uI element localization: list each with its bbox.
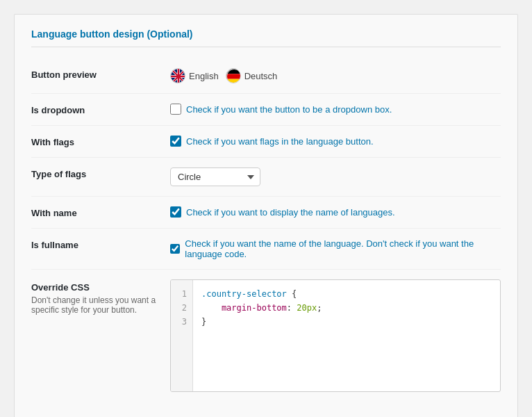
override-css-label-col: Override CSS Don't change it unless you … (31, 279, 170, 315)
type-of-flags-label: Type of flags (31, 167, 170, 179)
code-editor: 1 2 3 .country-selector { margin-bottom:… (170, 279, 501, 392)
code-close-brace: } (201, 317, 206, 327)
deutsch-label: Deutsch (244, 71, 278, 81)
with-flags-label: With flags (31, 136, 170, 147)
with-flags-checkbox-text: Check if you want flags in the language … (186, 136, 374, 147)
language-button-english: English (170, 68, 219, 83)
with-name-checkbox-text: Check if you want to display the name of… (186, 207, 395, 218)
is-fullname-checkbox-text: Check if you want the name of the langua… (185, 238, 501, 259)
line-num-1: 1 (176, 287, 187, 301)
type-of-flags-select[interactable]: Circle Rectangle Square (170, 167, 260, 186)
english-label: English (189, 71, 219, 81)
with-flags-checkbox[interactable] (170, 136, 181, 147)
button-preview-content: English Deutsch (170, 68, 501, 83)
with-name-row: With name Check if you want to display t… (31, 197, 501, 229)
with-flags-content: Check if you want flags in the language … (170, 136, 501, 147)
section-title: Language button design (Optional) (31, 28, 501, 47)
is-dropdown-checkbox-label[interactable]: Check if you want the button to be a dro… (170, 104, 392, 115)
with-flags-row: With flags Check if you want flags in th… (31, 126, 501, 158)
is-dropdown-label: Is dropdown (31, 104, 170, 115)
with-name-label: With name (31, 206, 170, 218)
flag-uk (170, 68, 185, 83)
line-num-3: 3 (176, 315, 187, 329)
is-dropdown-content: Check if you want the button to be a dro… (170, 104, 501, 115)
type-of-flags-row: Type of flags Circle Rectangle Square (31, 158, 501, 197)
override-css-sublabel: Don't change it unless you want a specif… (31, 295, 170, 315)
code-colon: : (287, 303, 292, 313)
override-css-label: Override CSS (31, 282, 170, 293)
override-css-row: Override CSS Don't change it unless you … (31, 270, 501, 402)
flag-de (226, 68, 241, 83)
line-num-2: 2 (176, 301, 187, 315)
button-preview-row: Button preview English (31, 58, 501, 94)
code-content[interactable]: .country-selector { margin-bottom: 20px;… (193, 280, 500, 391)
is-dropdown-row: Is dropdown Check if you want the button… (31, 94, 501, 126)
with-name-content: Check if you want to display the name of… (170, 206, 501, 218)
is-fullname-label: Is fullname (31, 238, 170, 250)
is-dropdown-checkbox-text: Check if you want the button to be a dro… (186, 104, 392, 115)
line-numbers: 1 2 3 (171, 280, 193, 391)
type-of-flags-content: Circle Rectangle Square (170, 167, 501, 186)
language-button-deutsch: Deutsch (226, 68, 278, 83)
is-fullname-checkbox[interactable] (170, 243, 180, 254)
with-name-checkbox-label[interactable]: Check if you want to display the name of… (170, 206, 395, 218)
override-css-content: 1 2 3 .country-selector { margin-bottom:… (170, 279, 501, 392)
code-value: 20px (292, 303, 317, 313)
button-preview-label: Button preview (31, 68, 170, 80)
code-open-brace: { (287, 289, 297, 299)
is-dropdown-checkbox[interactable] (170, 104, 181, 115)
svg-rect-11 (226, 74, 241, 79)
code-selector: .country-selector (201, 289, 287, 299)
code-property: margin-bottom (201, 303, 287, 313)
settings-panel: Language button design (Optional) Button… (14, 14, 518, 417)
with-flags-checkbox-label[interactable]: Check if you want flags in the language … (170, 136, 374, 147)
with-name-checkbox[interactable] (170, 206, 181, 218)
is-fullname-row: Is fullname Check if you want the name o… (31, 229, 501, 270)
is-fullname-content: Check if you want the name of the langua… (170, 238, 501, 259)
code-editor-inner: 1 2 3 .country-selector { margin-bottom:… (171, 280, 500, 391)
code-semi: ; (317, 303, 322, 313)
is-fullname-checkbox-label[interactable]: Check if you want the name of the langua… (170, 238, 501, 259)
